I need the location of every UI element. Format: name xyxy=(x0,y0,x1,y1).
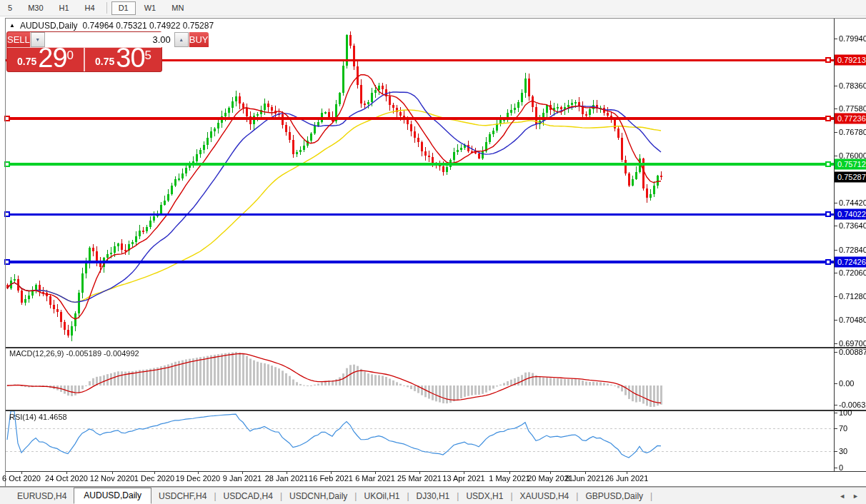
date-tick-label: 1 May 2021 xyxy=(489,474,529,483)
price-tick-label: 0.72840 xyxy=(839,246,866,254)
date-tick-label: 26 Jun 2021 xyxy=(605,474,649,483)
price-tick-label: 0.70480 xyxy=(839,316,866,324)
date-tick-label: 25 Mar 2021 xyxy=(397,474,442,483)
tab-dj30-h1[interactable]: DJ30,H1 xyxy=(409,489,457,504)
rsi-tick-label: 30 xyxy=(839,447,847,455)
tab-gbpusd-daily[interactable]: GBPUSD,Daily xyxy=(578,489,650,504)
price-tick-label: 0.72060 xyxy=(839,268,866,277)
rsi-indicator-label: RSI(14) 41.4658 xyxy=(9,413,67,421)
timeframe-button-5[interactable]: 5 xyxy=(1,1,19,15)
volume-increase-button[interactable]: ▲ xyxy=(174,32,189,47)
timeframe-button-h1[interactable]: H1 xyxy=(52,1,76,15)
date-tick-label: 28 Jan 2021 xyxy=(265,474,309,483)
date-tick-label: 8 Jun 2021 xyxy=(566,474,604,483)
current-price-badge: 0.75287 xyxy=(835,171,866,182)
macd-tick-label: 0.008871 xyxy=(839,348,866,356)
toolbar-separator xyxy=(106,2,107,14)
sell-price[interactable]: 0.75 29 0 xyxy=(7,48,85,71)
macd-tick-label: 0.00 xyxy=(839,379,854,388)
chart-canvas[interactable] xyxy=(0,0,866,487)
price-tick-label: 0.76780 xyxy=(839,128,866,136)
price-tick-label: 0.79940 xyxy=(839,34,866,43)
rsi-tick-label: 0 xyxy=(839,463,843,472)
tab-scroll-arrows: ◄► xyxy=(839,493,866,504)
tab-scroll-right-icon[interactable]: ► xyxy=(852,493,859,500)
date-tick-label: 9 Jan 2021 xyxy=(223,474,262,483)
chart-symbol-label: AUDUSD,Daily xyxy=(20,21,78,31)
tab-usdchf-h4[interactable]: USDCHF,H4 xyxy=(151,489,214,504)
trade-panel-prices: 0.75 29 0 0.75 30 5 xyxy=(7,48,161,71)
price-tick-label: 0.74420 xyxy=(839,198,866,207)
timeframe-toolbar: 5M30H1H4D1W1MN xyxy=(0,0,866,16)
tab-ukoil-h1[interactable]: UKOil,H1 xyxy=(357,489,407,504)
price-level-badge: 0.77236 xyxy=(835,114,866,124)
tab-xauusd-h4[interactable]: XAUUSD,H4 xyxy=(513,489,577,504)
timeframe-button-d1[interactable]: D1 xyxy=(111,1,136,15)
sell-price-sup: 0 xyxy=(67,49,74,61)
price-level-badge: 0.72426 xyxy=(835,256,866,267)
rsi-tick-label: 100 xyxy=(839,408,852,417)
date-tick-label: 13 Apr 2021 xyxy=(442,474,484,483)
buy-price[interactable]: 0.75 30 5 xyxy=(85,48,161,71)
date-tick-label: 19 Dec 2020 xyxy=(176,474,220,483)
collapse-panel-icon[interactable]: ▲ xyxy=(9,23,15,29)
one-click-trading-panel: SELL ▼ ▲ BUY 0.75 29 0 0.75 30 5 xyxy=(6,31,162,72)
price-tick-label: 0.78360 xyxy=(839,81,866,90)
date-tick-label: 24 Oct 2020 xyxy=(45,474,88,483)
tab-usdx-h1[interactable]: USDX,H1 xyxy=(459,489,510,504)
date-tick-label: 6 Mar 2021 xyxy=(355,474,395,483)
date-tick-label: 16 Feb 2021 xyxy=(309,474,353,483)
price-level-badge: 0.75712 xyxy=(835,158,866,169)
timeframe-button-m30[interactable]: M30 xyxy=(21,1,50,15)
price-tick-label: 0.69700 xyxy=(839,339,866,348)
symbol-tab-bar: EURUSD,H4AUDUSD,DailyUSDCHF,H4|USDCAD,H4… xyxy=(0,487,866,504)
tab-usdcad-h4[interactable]: USDCAD,H4 xyxy=(216,489,280,504)
tab-separator: | xyxy=(650,492,652,504)
buy-price-big: 30 xyxy=(116,48,144,69)
timeframe-button-h4[interactable]: H4 xyxy=(78,1,102,15)
sell-button[interactable]: SELL xyxy=(7,32,31,47)
sell-price-base: 0.75 xyxy=(17,55,36,69)
chart-title: ▲ AUDUSD,Daily 0.74964 0.75321 0.74922 0… xyxy=(9,21,214,31)
sell-price-big: 29 xyxy=(38,48,66,69)
rsi-tick-label: 70 xyxy=(839,424,847,433)
timeframe-button-mn[interactable]: MN xyxy=(164,1,191,15)
tab-eurusd-h4[interactable]: EURUSD,H4 xyxy=(10,489,74,504)
tab-scroll-left-icon[interactable]: ◄ xyxy=(839,493,845,500)
price-level-badge: 0.79213 xyxy=(835,55,866,66)
price-tick-label: 0.73640 xyxy=(839,221,866,230)
macd-indicator-label: MACD(12,26,9) -0.005189 -0.004992 xyxy=(9,349,139,358)
price-tick-label: 0.71280 xyxy=(839,292,866,301)
tab-audusd-daily[interactable]: AUDUSD,Daily xyxy=(74,488,151,504)
date-tick-label: 1 Dec 2020 xyxy=(134,474,174,483)
price-level-badge: 0.74022 xyxy=(835,209,866,220)
buy-button[interactable]: BUY xyxy=(189,32,209,47)
buy-price-sup: 5 xyxy=(145,49,151,61)
date-tick-label: 12 Nov 2020 xyxy=(90,474,134,483)
tab-usdcnh-daily[interactable]: USDCNH,Daily xyxy=(282,489,354,504)
price-tick-label: 0.77580 xyxy=(839,104,866,113)
timeframe-button-w1[interactable]: W1 xyxy=(137,1,164,15)
chart-ohlc-values: 0.74964 0.75321 0.74922 0.75287 xyxy=(83,21,214,31)
date-tick-label: 6 Oct 2020 xyxy=(2,474,41,483)
buy-price-base: 0.75 xyxy=(95,55,114,69)
